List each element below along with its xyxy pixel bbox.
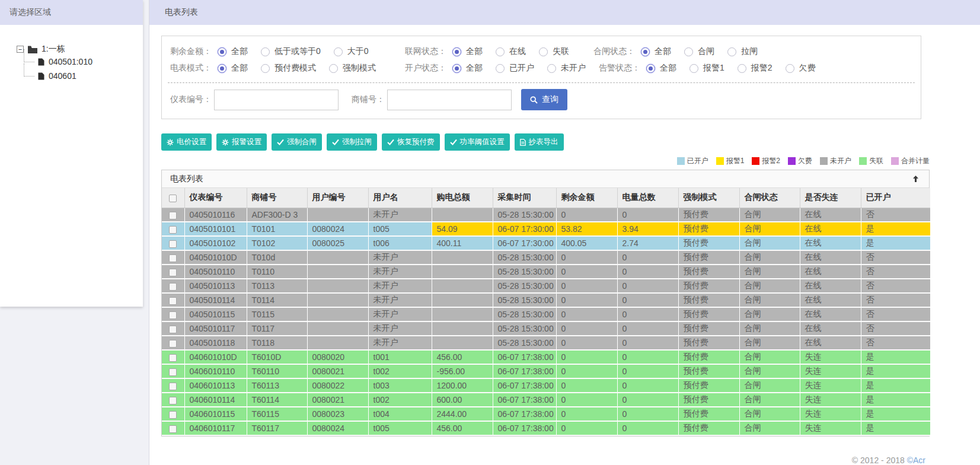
row-checkbox[interactable] [169,326,177,333]
radio-icon [738,64,746,73]
table-row[interactable]: 0405010118T0118未开户05-28 15:30:0000预付费合闸在… [162,336,930,350]
table-row[interactable]: 0405010115T0115未开户05-28 15:30:0000预付费合闸在… [162,307,930,321]
table-cell: T0118 [247,336,307,350]
table-cell [432,336,493,350]
shop-no-input[interactable] [387,90,512,110]
table-cell [432,321,493,336]
row-checkbox[interactable] [169,368,177,376]
table-row[interactable]: 0405010117T0117未开户05-28 15:30:0000预付费合闸在… [162,321,930,336]
table-row[interactable]: 0405010116ADF300-D 3未开户05-28 15:30:0000预… [162,208,930,222]
force-trip-switch-button[interactable]: 强制拉闸 [327,133,377,151]
radio-icon [641,47,650,56]
table-row[interactable]: 0405010110T0110未开户05-28 15:30:0000预付费合闸在… [162,265,930,279]
table-row[interactable]: 040501010DT010d未开户05-28 15:30:0000预付费合闸在… [162,250,930,265]
radio-label: 合闸 [698,46,714,57]
legend-item: 未开户 [820,156,851,166]
table-row[interactable]: 0405010102T01020080025t006400.1106-07 17… [162,236,930,250]
table-cell: 400.05 [556,236,617,250]
alarm-setting-button[interactable]: 报警设置 [216,133,267,151]
row-checkbox[interactable] [169,340,177,348]
table-cell: 0 [617,421,678,435]
radio-icon [218,47,226,56]
radio-option-remaining-amount[interactable]: 低于或等于0 [261,46,321,57]
search-icon [530,96,538,104]
radio-option-network-status[interactable]: 在线 [496,46,526,57]
table-row[interactable]: 0405010101T01010080024t00554.0906-07 17:… [162,222,930,236]
row-checkbox[interactable] [169,425,177,433]
table-cell: 合闸 [739,307,800,321]
row-checkbox[interactable] [169,269,177,276]
action-button-label: 恢复预付费 [397,137,435,147]
table-cell: 合闸 [739,236,800,250]
select-all-checkbox[interactable] [169,195,177,202]
radio-option-account-status[interactable]: 全部 [452,63,483,74]
row-checkbox[interactable] [169,297,177,305]
panel-collapse-button[interactable] [911,174,921,184]
restore-prepaid-button[interactable]: 恢复预付费 [382,133,440,151]
radio-option-meter-mode[interactable]: 强制模式 [329,63,376,74]
radio-option-account-status[interactable]: 已开户 [496,63,534,74]
radio-option-alarm-status[interactable]: 全部 [646,63,676,74]
tree-node-label: 040501:010 [49,57,92,66]
row-checkbox[interactable] [169,240,177,248]
table-row[interactable]: 0406010117T601170080024t005456.0006-07 1… [162,421,930,435]
radio-option-alarm-status[interactable]: 欠费 [786,63,816,74]
table-cell: T6010D [247,350,307,364]
table-row[interactable]: 0405010114T0114未开户05-28 15:30:0000预付费合闸在… [162,293,930,307]
row-checkbox[interactable] [169,254,177,262]
collapse-toggle-icon[interactable]: − [17,46,24,53]
radio-option-remaining-amount[interactable]: 全部 [218,46,248,57]
radio-option-switch-status[interactable]: 合闸 [684,46,714,57]
table-cell: 0080021 [307,393,368,407]
table-cell: t003 [368,378,432,393]
force-close-switch-button[interactable]: 强制合闸 [272,133,322,151]
table-row[interactable]: 0406010110T601100080021t002-956.0006-07 … [162,364,930,378]
row-checkbox[interactable] [169,354,177,362]
row-checkbox[interactable] [169,411,177,419]
radio-option-network-status[interactable]: 失联 [539,46,569,57]
search-row: 仪表编号： 商铺号： 查询 [162,89,921,110]
radio-option-switch-status[interactable]: 拉闸 [727,46,758,57]
radio-option-remaining-amount[interactable]: 大于0 [334,46,369,57]
table-cell: 3.94 [617,222,678,236]
query-button[interactable]: 查询 [521,89,567,110]
row-checkbox[interactable] [169,383,177,390]
row-checkbox[interactable] [169,397,177,405]
table-cell: 合闸 [739,393,800,407]
price-setting-button[interactable]: 电价设置 [161,133,212,151]
tree-node[interactable]: 040601 [20,69,143,83]
check-icon [277,139,284,145]
table-cell: 预付费 [678,407,739,421]
table-row[interactable]: 0406010114T601140080021t002600.0006-07 1… [162,393,930,407]
radio-option-meter-mode[interactable]: 全部 [218,63,248,74]
tree-node[interactable]: 040501:010 [20,55,143,69]
row-checkbox[interactable] [169,311,177,319]
table-cell: 0080022 [307,378,368,393]
table-row[interactable]: 0405010113T0113未开户05-28 15:30:0000预付费合闸在… [162,279,930,293]
table-cell: 0405010115 [184,307,247,321]
tree-node-root[interactable]: − 1:一栋 [17,44,143,55]
radio-option-alarm-status[interactable]: 报警1 [689,63,724,74]
checkbox-cell [162,279,184,293]
table-cell: 0405010113 [184,279,247,293]
table-cell: T0102 [247,236,307,250]
radio-option-account-status[interactable]: 未开户 [547,63,586,74]
table-row[interactable]: 0406010115T601150080023t0042444.0006-07 … [162,407,930,421]
meter-export-button[interactable]: 抄表导出 [515,133,564,151]
meter-no-input[interactable] [214,90,339,110]
row-checkbox[interactable] [169,212,177,219]
row-checkbox[interactable] [169,226,177,234]
table-row[interactable]: 040601010DT6010D0080020t001456.0006-07 1… [162,350,930,364]
filter-group-account-status: 开户状态：全部已开户未开户 [405,63,599,74]
radio-option-meter-mode[interactable]: 预付费模式 [261,63,316,74]
table-cell: 54.09 [432,222,493,236]
power-threshold-button[interactable]: 功率阈值设置 [445,133,510,151]
radio-option-network-status[interactable]: 全部 [452,46,483,57]
row-checkbox[interactable] [169,283,177,291]
table-cell: 05-28 15:30:00 [493,336,556,350]
radio-option-alarm-status[interactable]: 报警2 [738,63,772,74]
meter-no-label: 仪表编号： [170,94,212,105]
radio-label: 欠费 [799,63,816,74]
table-row[interactable]: 0406010113T601130080022t0031200.0006-07 … [162,378,930,393]
radio-option-switch-status[interactable]: 全部 [641,46,671,57]
